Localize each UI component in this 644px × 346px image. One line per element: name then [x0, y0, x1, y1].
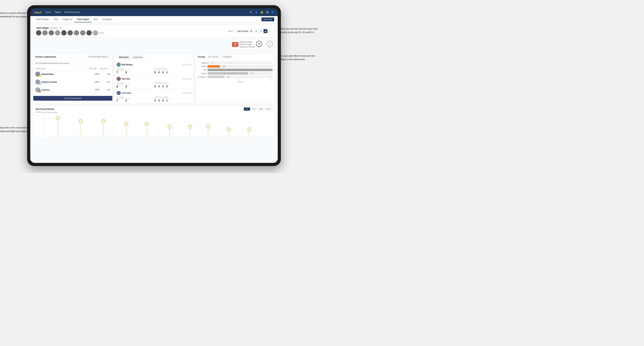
profile-icon[interactable]: 👤 [255, 11, 258, 14]
avatar-10[interactable] [93, 30, 98, 35]
tab-pgat-players[interactable]: PGAT Players [34, 16, 51, 22]
shot-dist-1: 16 yds [256, 41, 262, 48]
lb-name-1: Richard Butler [42, 73, 94, 75]
tablet-frame: clippd Home Teams My Performance 🔍 👤 🔔 ⚙… [27, 5, 281, 166]
end-lie: End Lie: In The Hole [240, 46, 254, 48]
ott-group-2: OTT 0 [154, 84, 157, 88]
tab-pga[interactable]: PGA [51, 16, 60, 22]
activity-avatar-2 [116, 77, 121, 81]
scoring-card: Scoring Par 3, 4 & 5s ▾ All Players ▾ [196, 53, 275, 104]
shot-circle-1: 16 [256, 41, 262, 47]
avatar-3[interactable] [49, 30, 54, 35]
chevron-down-icon: ▾ [108, 56, 109, 58]
streak-pin-6x-2: 6x [102, 119, 105, 137]
lb-medal-bronze: 3 [38, 90, 41, 93]
chart-x-title: Total Shots [198, 81, 273, 83]
bar-fill-dbogeys: 131 [208, 76, 224, 78]
search-icon[interactable]: 🔍 [250, 11, 252, 14]
arg-group-1: ARG 0 [162, 70, 165, 74]
tournament-group-1: Tournament 7 [116, 70, 123, 74]
activity-avatar-1 [116, 63, 121, 67]
add-team-button[interactable]: Add Team [262, 17, 274, 21]
arg-group-2: ARG 0 [162, 84, 165, 88]
scoring-title: Scoring [198, 56, 205, 58]
edit-team-icon[interactable]: ✏️ [60, 27, 62, 29]
streak-pin-5x-2: 5x [145, 122, 148, 137]
total-rounds-group-3: Total Rounds Tournament 7 Practice 2 [116, 96, 154, 102]
activity-stats-1: Total Rounds Tournament 7 Practice 6 [116, 68, 192, 74]
streak-btn-app[interactable]: APP [251, 107, 257, 111]
avatar-2[interactable] [42, 30, 48, 35]
settings-icon[interactable]: ⚙️ [266, 11, 269, 14]
bell-icon[interactable]: 🔔 [260, 11, 264, 14]
activity-date-3: 26 Aug 2023 [182, 92, 192, 94]
total-rounds-group-1: Total Rounds Tournament 7 Practice 6 [116, 68, 154, 74]
y-label-mid: 4 [36, 125, 36, 127]
x-label-0: 0 [208, 79, 208, 81]
streak-pin-6x-1: 6x [79, 119, 82, 137]
avatar-8[interactable] [80, 30, 86, 35]
nav-teams[interactable]: Teams [55, 11, 61, 13]
tab-tour[interactable]: Tour [91, 16, 100, 22]
lb-title: Practice Leaderboards [35, 56, 56, 58]
lb-medal-gold: 🥇 [38, 74, 41, 77]
bar-track-dbogeys: 131 [208, 76, 273, 78]
most-active-toggle[interactable]: Most Active [117, 56, 131, 59]
nav-my-performance[interactable]: My Performance [64, 11, 80, 13]
streak-pin-circle-5: 5x [145, 122, 148, 126]
bar-value-bogeys: 311 [250, 72, 253, 74]
least-active-toggle[interactable]: Least Active [131, 56, 144, 59]
streak-pin-4x-2: 4x [188, 125, 192, 137]
card-view-icon[interactable]: ▦ [264, 29, 268, 33]
team-header-right: Show: Last 3 months ⊞ ☰ ▦ ↕ [228, 29, 272, 33]
bar-value-birdies: 96 [223, 65, 225, 67]
lb-row-2: 2 Edward Crossman 18/20 107 [35, 78, 110, 86]
user-avatar-icon[interactable]: 👤 [271, 11, 274, 14]
streak-pin-3x-1: 3x [227, 128, 231, 137]
all-players-dropdown[interactable]: All Players ▾ [222, 55, 233, 58]
streak-pin-circle-1: 7x [56, 116, 60, 120]
bar-label-bogeys: Bogeys [198, 72, 206, 74]
bar-value-eagles: 3 [212, 62, 213, 64]
show-period-select[interactable]: Last 3 months [235, 29, 253, 33]
par-filter-dropdown[interactable]: Par 3, 4 & 5s ▾ [206, 55, 220, 58]
lb-subtitle: PUTT Must Make Putting (3-6 ft), Last 3 … [33, 60, 112, 66]
tab-all-players[interactable]: All Players [100, 16, 114, 22]
grid-view-icon[interactable]: ⊞ [254, 29, 258, 33]
team-title-row: Team Clippd 14 Players ✏️ [36, 27, 104, 29]
sort-icon[interactable]: ↕ [268, 29, 272, 33]
avatar-7[interactable] [74, 30, 79, 35]
bar-label-eagles: Eagles [198, 62, 206, 64]
view-full-leaderboard-button[interactable]: View Full Leaderboard [33, 96, 112, 101]
tab-team-clippd[interactable]: Team Clippd [74, 16, 91, 22]
app-group-1: APP 0 [158, 70, 161, 74]
activity-toggle: Most Active Least Active [116, 55, 145, 59]
bar-track-bogeys: 311 [208, 72, 273, 75]
drill-select-dropdown[interactable]: PUTT Must Make Putting... ▾ [87, 55, 110, 58]
main-content: Team Clippd 14 Players ✏️ [30, 23, 278, 163]
bar-fill-pars: 499 [208, 69, 272, 71]
streak-btn-putt[interactable]: PUTT [265, 107, 272, 111]
avatar-9[interactable] [86, 30, 92, 35]
annotation-bottom-right: You can also filter to show just one pla… [280, 54, 320, 61]
streak-chart-area: 6 4 2 7x [44, 114, 272, 137]
activity-name-3: Josh Coles [122, 92, 131, 94]
streak-pin-line-10 [249, 132, 249, 137]
practice-val-1: 6 [126, 71, 130, 74]
avatar-1[interactable] [36, 30, 41, 35]
avatar-5[interactable] [61, 30, 66, 35]
avatar-4[interactable] [55, 30, 60, 35]
avatar-6[interactable] [68, 30, 73, 35]
nav-home[interactable]: Home [46, 11, 51, 13]
streak-btn-arg[interactable]: ARG [258, 107, 264, 111]
practice-activities-group-3: Total Practice Activities OTT 0 APP 0 [154, 96, 192, 102]
practice-activities-group-2: Total Practice Activities OTT 0 APP 0 [154, 82, 192, 88]
streak-pin-circle-8: 4x [206, 125, 210, 129]
shot-info: Shot Dist: 16 yds Start Lie: Rough End L… [240, 41, 254, 48]
col-player-name: PLAYER NAME [35, 68, 89, 69]
list-view-icon[interactable]: ☰ [259, 29, 263, 33]
tab-hcaps[interactable]: Hcaps 1-5 [60, 16, 74, 22]
y-label-bot: 2 [36, 136, 36, 137]
streak-pin-circle-6: 4x [168, 125, 172, 129]
streak-btn-ott[interactable]: OTT [244, 107, 250, 111]
